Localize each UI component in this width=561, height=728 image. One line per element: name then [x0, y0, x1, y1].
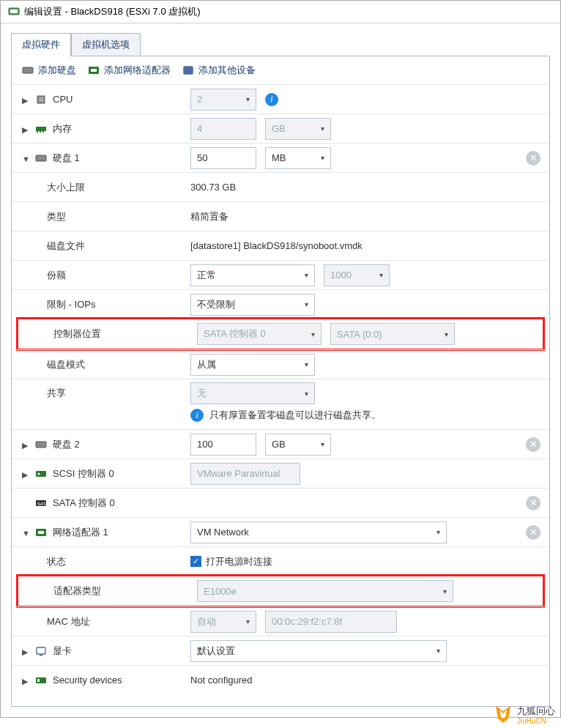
- dialog-title-bar: 编辑设置 - BlackDS918 (ESXi 7.0 虚拟机): [1, 1, 560, 23]
- svg-rect-13: [40, 131, 41, 133]
- svg-rect-24: [38, 531, 44, 534]
- disk1-sharing-row: 共享 无▾ i 只有厚置备置零磁盘可以进行磁盘共享。: [12, 379, 549, 429]
- nic-icon: [88, 65, 100, 75]
- cpu-row: ▶ CPU 2▾ i: [12, 84, 549, 114]
- video-card-row: ▶ 显卡 默认设置▾: [12, 636, 549, 665]
- memory-value-input[interactable]: [190, 118, 256, 140]
- disk1-shares-value-select[interactable]: 1000▾: [324, 264, 390, 286]
- remove-nic1-button[interactable]: ✕: [526, 525, 540, 540]
- controller-location-highlight: 控制器位置 SATA 控制器 0▾ SATA (0:0)▾: [16, 317, 545, 351]
- disk1-size-input[interactable]: [190, 147, 256, 169]
- remove-disk2-button[interactable]: ✕: [526, 437, 540, 452]
- fox-icon: [492, 702, 514, 727]
- adapter-type-highlight: 适配器类型 E1000e▾: [16, 574, 545, 608]
- expand-toggle[interactable]: ▶: [22, 441, 29, 448]
- expand-toggle[interactable]: ▶: [22, 647, 29, 655]
- svg-rect-26: [40, 655, 42, 656]
- scsi-type-select[interactable]: VMware Paravirtual: [190, 463, 300, 485]
- svg-rect-19: [36, 471, 46, 477]
- disk1-file-row: 磁盘文件 [datastore1] BlackDS918/synoboot.vm…: [12, 231, 549, 260]
- security-devices-row: ▶ Security devices Not configured: [12, 665, 549, 694]
- add-disk-button[interactable]: 添加硬盘: [22, 64, 76, 77]
- hdd-icon: [22, 65, 34, 75]
- disk2-unit-select[interactable]: GB▾: [265, 434, 331, 456]
- disk1-controller-select[interactable]: SATA 控制器 0▾: [197, 323, 322, 345]
- nic1-mac-mode-select[interactable]: 自动▾: [190, 611, 256, 633]
- svg-rect-12: [37, 131, 38, 133]
- remove-sata-button[interactable]: ✕: [526, 496, 540, 510]
- svg-rect-1: [10, 10, 18, 13]
- nic1-network-select[interactable]: VM Network▾: [190, 521, 447, 543]
- nic1-mac-row: MAC 地址 自动▾: [12, 606, 549, 636]
- svg-point-20: [38, 472, 40, 475]
- disk1-maxsize-row: 大小上限 300.73 GB: [12, 172, 549, 201]
- memory-icon: [35, 124, 47, 134]
- disk2-size-input[interactable]: [190, 434, 256, 456]
- video-icon: [35, 646, 47, 656]
- expand-toggle[interactable]: ▶: [22, 677, 29, 684]
- disk1-shares-row: 份额 正常▾ 1000▾: [12, 260, 549, 289]
- tabs: 虚拟硬件 虚拟机选项: [1, 23, 560, 56]
- info-icon: i: [190, 409, 204, 422]
- nic-icon: [35, 527, 47, 538]
- edit-settings-dialog: 编辑设置 - BlackDS918 (ESXi 7.0 虚拟机) 虚拟硬件 虚拟…: [0, 0, 561, 718]
- cpu-icon: [35, 94, 47, 105]
- scsi-controller-row: ▶ SCSI 控制器 0 VMware Paravirtual: [12, 458, 549, 488]
- tab-hardware[interactable]: 虚拟硬件: [11, 33, 71, 56]
- disk1-row: ▼ 硬盘 1 MB▾ ✕: [12, 143, 549, 172]
- nic1-adapter-type-row: 适配器类型 E1000e▾: [18, 576, 543, 606]
- disk1-maxsize-value: 300.73 GB: [190, 182, 236, 193]
- disk1-type-row: 类型 精简置备: [12, 201, 549, 231]
- disk1-controller-row: 控制器位置 SATA 控制器 0▾ SATA (0:0)▾: [18, 319, 543, 349]
- nic1-row: ▼ 网络适配器 1 VM Network▾ ✕: [12, 517, 549, 546]
- disk1-iops-row: 限制 - IOPs 不受限制▾: [12, 289, 549, 319]
- add-other-device-button[interactable]: 添加其他设备: [182, 64, 256, 77]
- expand-toggle[interactable]: ▶: [22, 470, 29, 478]
- svg-point-3: [30, 70, 31, 71]
- disk1-sharing-select[interactable]: 无▾: [190, 382, 315, 404]
- memory-unit-select[interactable]: GB▾: [265, 118, 331, 140]
- disk1-mode-select[interactable]: 从属▾: [190, 354, 315, 376]
- expand-toggle[interactable]: ▶: [22, 125, 29, 133]
- collapse-toggle[interactable]: ▼: [22, 529, 29, 536]
- vm-icon: [8, 6, 20, 18]
- svg-rect-11: [36, 127, 46, 131]
- watermark: 九狐问心 JiuHuCN: [492, 702, 555, 727]
- disk1-controller-slot-select[interactable]: SATA (0:0)▾: [330, 323, 455, 345]
- scsi-icon: [35, 469, 47, 479]
- tab-vm-options[interactable]: 虚拟机选项: [71, 33, 141, 56]
- memory-row: ▶ 内存 GB▾: [12, 114, 549, 143]
- svg-rect-28: [37, 679, 40, 682]
- svg-rect-25: [37, 647, 45, 654]
- connect-at-poweron-checkbox[interactable]: ✓: [190, 556, 201, 567]
- disk1-shares-mode-select[interactable]: 正常▾: [190, 264, 315, 286]
- add-nic-button[interactable]: 添加网络适配器: [88, 64, 171, 77]
- nic1-adapter-type-select[interactable]: E1000e▾: [197, 580, 453, 602]
- svg-rect-10: [39, 97, 43, 102]
- info-icon[interactable]: i: [265, 93, 278, 106]
- remove-disk1-button[interactable]: ✕: [526, 151, 540, 166]
- expand-toggle[interactable]: ▶: [22, 96, 29, 103]
- svg-point-18: [43, 444, 45, 445]
- cpu-count-select[interactable]: 2▾: [190, 89, 256, 111]
- device-icon: [182, 65, 194, 75]
- svg-point-16: [43, 157, 45, 159]
- sata-controller-row: ▶ SATA SATA 控制器 0 ✕: [12, 488, 549, 517]
- dialog-title: 编辑设置 - BlackDS918 (ESXi 7.0 虚拟机): [24, 5, 201, 18]
- svg-rect-5: [91, 69, 97, 72]
- disk1-unit-select[interactable]: MB▾: [265, 147, 331, 169]
- disk1-sharing-hint: i 只有厚置备置零磁盘可以进行磁盘共享。: [12, 404, 381, 422]
- video-settings-select[interactable]: 默认设置▾: [190, 640, 447, 662]
- collapse-toggle[interactable]: ▼: [22, 155, 29, 162]
- disk1-iops-select[interactable]: 不受限制▾: [190, 294, 315, 316]
- nic1-status-row: 状态 ✓ 打开电源时连接: [12, 546, 549, 576]
- toolbar: 添加硬盘 添加网络适配器 添加其他设备: [12, 56, 549, 84]
- svg-text:SATA: SATA: [37, 502, 47, 506]
- hardware-panel: 添加硬盘 添加网络适配器 添加其他设备 ▶ C: [11, 56, 550, 707]
- sata-icon: SATA: [35, 498, 47, 508]
- disk1-mode-row: 磁盘模式 从属▾: [12, 349, 549, 379]
- security-icon: [35, 675, 47, 686]
- nic1-mac-input[interactable]: [265, 611, 397, 633]
- security-value: Not configured: [190, 675, 253, 686]
- hdd-icon: [35, 153, 47, 163]
